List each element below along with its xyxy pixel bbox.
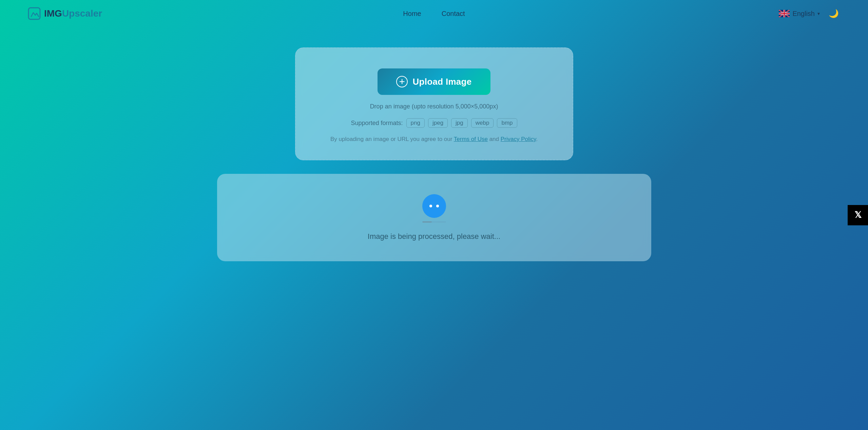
upload-card: + Upload Image Drop an image (upto resol… [295, 47, 573, 160]
logo-text: IMGUpscaler [44, 8, 102, 19]
uk-flag-icon [779, 10, 790, 17]
nav-contact[interactable]: Contact [442, 10, 465, 18]
twitter-x-button[interactable]: 𝕏 [848, 205, 868, 225]
terms-link[interactable]: Terms of Use [454, 136, 488, 142]
processing-text: Image is being processed, please wait... [368, 232, 500, 241]
main-content: + Upload Image Drop an image (upto resol… [0, 27, 868, 261]
formats-label: Supported formats: [351, 120, 403, 127]
logo[interactable]: IMGUpscaler [27, 6, 102, 21]
formats-row: Supported formats: png jpeg jpg webp bmp [351, 118, 517, 128]
language-selector[interactable]: English ▾ [779, 10, 820, 18]
language-label: English [792, 10, 815, 18]
processing-card: Image is being processed, please wait... [217, 174, 651, 261]
nav-links: Home Contact [403, 10, 465, 18]
nav-right: English ▾ 🌙 [779, 6, 841, 21]
nav-home[interactable]: Home [403, 10, 421, 18]
twitter-x-icon: 𝕏 [854, 210, 862, 220]
format-png: png [406, 118, 425, 128]
upload-button[interactable]: + Upload Image [378, 68, 490, 95]
progress-bar [422, 221, 432, 223]
progress-bar-container [422, 221, 446, 223]
upload-button-label: Upload Image [412, 77, 471, 87]
terms-text: By uploading an image or URL you agree t… [330, 136, 538, 143]
format-webp: webp [471, 118, 494, 128]
format-jpg: jpg [451, 118, 468, 128]
theme-toggle-button[interactable]: 🌙 [827, 6, 841, 21]
format-jpeg: jpeg [428, 118, 448, 128]
logo-icon [27, 6, 41, 21]
emoji-eye-right [436, 205, 439, 207]
drop-text: Drop an image (upto resolution 5,000×5,0… [370, 103, 498, 110]
emoji-eye-left [429, 205, 432, 207]
upload-plus-icon: + [396, 76, 408, 87]
privacy-link[interactable]: Privacy Policy [501, 136, 536, 142]
processing-emoji-circle [422, 194, 446, 218]
emoji-eyes [429, 205, 439, 207]
processing-animation [422, 194, 446, 223]
format-bmp: bmp [497, 118, 517, 128]
chevron-down-icon: ▾ [817, 11, 820, 16]
navbar: IMGUpscaler Home Contact English ▾ 🌙 [0, 0, 868, 27]
svg-point-1 [31, 10, 33, 13]
